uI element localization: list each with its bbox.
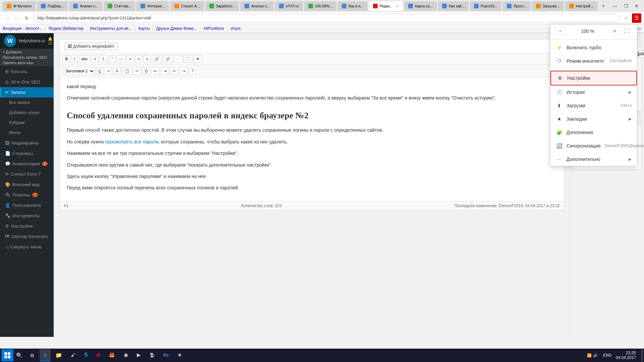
text-color-button[interactable]: A: [113, 67, 121, 75]
special-chars-button[interactable]: Ω: [143, 67, 150, 75]
tab-karta[interactable]: Карта са...: [404, 1, 437, 11]
align-right-button[interactable]: ≡: [144, 55, 151, 63]
taskbar-explorer[interactable]: 📁: [51, 349, 66, 361]
strikethrough-button[interactable]: abc: [79, 55, 90, 63]
menu-item-downloads[interactable]: ⬇ Загрузки Ctrl+J: [550, 99, 637, 112]
sidebar-item-contact-form[interactable]: ✉ Contact Form 7: [0, 169, 54, 179]
close-button[interactable]: ✕: [632, 1, 641, 11]
add-media-button[interactable]: 🖼 Добавить медиафайл: [64, 42, 118, 50]
taskbar-yandex[interactable]: Я: [93, 349, 104, 361]
redo-button[interactable]: ↪: [180, 67, 188, 75]
ordered-list-button[interactable]: 1.: [100, 55, 108, 63]
bold-button[interactable]: B: [63, 55, 70, 63]
sidebar-item-console[interactable]: ⊞ Консоль: [0, 66, 54, 77]
tab-prost[interactable]: Прост...: [503, 1, 531, 11]
blockquote-button[interactable]: ": [109, 55, 115, 63]
sidebar-item-allinone[interactable]: ◎ All in One SEO: [0, 77, 54, 87]
taskbar-ie[interactable]: e: [40, 349, 51, 361]
unordered-list-button[interactable]: ≡: [91, 55, 98, 63]
unlink-button[interactable]: 🔗: [163, 55, 173, 63]
bookmark-tools[interactable]: Инструменты для ве...: [90, 26, 132, 31]
tab-redak[interactable]: Редак... ✕: [369, 1, 403, 11]
toolbar-cache[interactable]: Удалить весь кэш: [3, 61, 33, 65]
tab-zagruz[interactable]: Загруже...: [532, 1, 564, 11]
sidebar-item-all-posts[interactable]: Все записи: [0, 98, 54, 108]
align-center-button[interactable]: ≡: [135, 55, 142, 63]
taskbar-photoshop[interactable]: Ps: [159, 349, 173, 361]
bookmark-allpositions[interactable]: AllPositions: [203, 26, 224, 31]
taskbar-app-extra[interactable]: ★: [173, 349, 186, 361]
reload-button[interactable]: ↻: [23, 14, 31, 22]
toolbar-seo[interactable]: SEO: [39, 55, 47, 59]
bookmark-star-icon[interactable]: ☆: [622, 14, 630, 22]
taskbar-chrome[interactable]: ◉: [120, 349, 132, 361]
paste-text-button[interactable]: 📋: [122, 67, 132, 75]
new-tab-button[interactable]: +: [599, 1, 608, 11]
tab-kak1[interactable]: Как в я...: [338, 1, 367, 11]
hr-button[interactable]: —: [117, 55, 125, 63]
menu-item-addons[interactable]: 🧩 Дополнения: [550, 126, 637, 139]
tab-analiz1[interactable]: Анализ с...: [69, 1, 102, 11]
bookmark-share[interactable]: share: [230, 26, 240, 31]
tab-analiz2[interactable]: Анализ с...: [240, 1, 274, 11]
sidebar-item-media[interactable]: 🖼 Медиафайлы: [0, 138, 54, 148]
sidebar-item-appearance[interactable]: 🎨 Внешний вид: [0, 179, 54, 190]
back-button[interactable]: ◁: [3, 14, 11, 22]
tab-zarabot[interactable]: Заработо...: [205, 1, 239, 11]
tab-stroit[interactable]: Строит А...: [170, 1, 204, 11]
tab-etxt[interactable]: eTXT.ru: [275, 1, 303, 11]
bookmark-webmaster[interactable]: Яндекс.Вебмастер: [49, 26, 84, 31]
taskbar-search-button[interactable]: 🔍: [14, 350, 25, 361]
sidebar-item-users[interactable]: 👤 Пользователи: [0, 200, 54, 210]
zoom-out-button[interactable]: −: [556, 26, 565, 36]
tab-100[interactable]: 100.00%...: [304, 1, 337, 11]
address-bar[interactable]: http://helpadmins.ru/wp-admin/post.php?p…: [33, 14, 620, 22]
menu-item-settings[interactable]: ⚙ Настройки: [550, 71, 637, 85]
sidebar-item-tools[interactable]: 🔧 Инструменты: [0, 210, 54, 221]
minimize-button[interactable]: —: [610, 1, 620, 11]
tab-podpor[interactable]: Подбор...: [37, 1, 68, 11]
toolbar-toggle-button[interactable]: ▼: [194, 55, 202, 63]
wp-site-link[interactable]: HelpAdmins.ru: [19, 39, 45, 43]
sidebar-item-comments[interactable]: 💬 Комментарии 2: [0, 159, 54, 169]
fullscreen-button[interactable]: ⛶: [183, 55, 192, 63]
indent-button[interactable]: ⇥: [161, 67, 169, 75]
toolbar-add[interactable]: + Добавить: [3, 50, 22, 54]
bookmark-maps[interactable]: Карты: [138, 26, 150, 31]
tab-close-icon[interactable]: ✕: [396, 4, 399, 8]
sidebar-item-add-post[interactable]: Добавить новую: [0, 108, 54, 118]
bookmark-inbox[interactable]: Входящие - demonf...: [3, 26, 42, 31]
see-all-passwords-link[interactable]: просмотреть все пароли: [105, 139, 159, 144]
forward-button[interactable]: ▷: [13, 14, 21, 22]
format-select[interactable]: Заголовок 1 Заголовок 2 Абзац: [63, 67, 95, 75]
justify-button[interactable]: ≡: [105, 67, 112, 75]
menu-item-incognito[interactable]: 🛡 Режим инкогнито Ctrl+Shift+N: [550, 54, 637, 68]
menu-item-history[interactable]: 🕐 История ▶: [550, 85, 637, 99]
tab-mutagen[interactable]: M Мутаген: [3, 1, 36, 11]
clear-format-button[interactable]: ✂: [133, 67, 141, 75]
show-desktop-button[interactable]: [641, 349, 643, 361]
italic-button[interactable]: I: [72, 55, 77, 63]
align-left-button[interactable]: ≡: [127, 55, 134, 63]
sidebar-item-rubrics[interactable]: Рубрики: [0, 118, 54, 128]
sidebar-item-pages[interactable]: 📄 Страницы: [0, 148, 54, 159]
menu-item-advanced[interactable]: ··· Дополнительно ▶: [550, 153, 637, 166]
sidebar-item-plugins[interactable]: 🔌 Плагины 7: [0, 190, 54, 200]
link-button[interactable]: 🔗: [152, 55, 162, 63]
taskbar-firefox[interactable]: 🦊: [105, 349, 119, 361]
browser-menu-button[interactable]: ☰: [632, 13, 641, 23]
taskbar-skype[interactable]: S: [80, 349, 92, 361]
zoom-in-button[interactable]: +: [610, 26, 620, 36]
menu-item-turbo[interactable]: ⚡ Включить турбо: [550, 41, 637, 54]
task-view-button[interactable]: ⧉: [25, 349, 39, 361]
tab-pcpro[interactable]: Pcpro10...: [470, 1, 501, 11]
menu-item-bookmarks[interactable]: ★ Закладки ▶: [550, 112, 637, 126]
taskbar-media[interactable]: ▶: [133, 349, 145, 361]
undo-button[interactable]: ↩: [170, 67, 178, 75]
tab-nastroy[interactable]: Настрой...: [565, 1, 597, 11]
insert-readmore-button[interactable]: ···: [174, 55, 182, 63]
underline-button[interactable]: U: [96, 67, 104, 75]
toolbar-view[interactable]: Просмотреть запись: [3, 55, 38, 59]
tab-internet[interactable]: Интерне...: [137, 1, 169, 11]
tab-kakzay[interactable]: Как зай...: [438, 1, 469, 11]
